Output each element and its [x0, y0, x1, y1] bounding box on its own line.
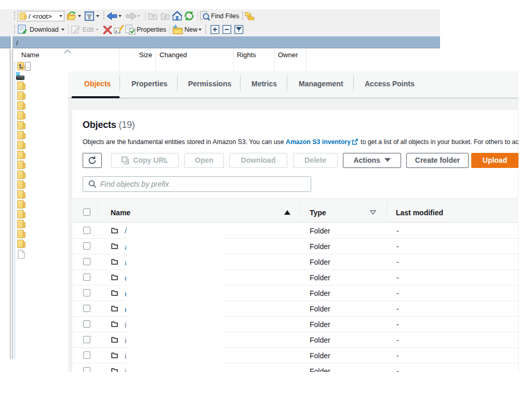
svg-text:x: x: [115, 29, 118, 34]
